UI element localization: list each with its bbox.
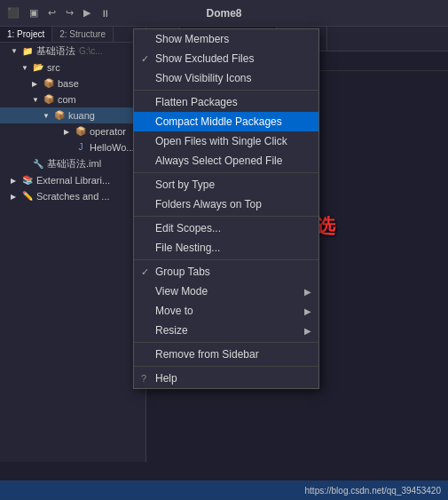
package-icon: 📦 — [75, 125, 87, 138]
package-icon: 📦 — [53, 109, 66, 122]
menu-label: Edit Scopes... — [155, 222, 221, 234]
expand-arrow: ▶ — [11, 193, 21, 201]
menu-group-tabs[interactable]: ✓ Group Tabs — [134, 262, 318, 282]
menu-label: Compact Middle Packages — [155, 115, 282, 128]
expand-arrow: ▶ — [11, 177, 21, 185]
toolbar-icon-5[interactable]: ▶ — [80, 5, 94, 20]
toolbar-title: Dome8 — [206, 7, 241, 20]
menu-view-mode[interactable]: View Mode ▶ — [134, 282, 318, 301]
package-icon: 📦 — [43, 93, 55, 106]
menu-label: Help — [155, 372, 177, 385]
iml-icon: 🔧 — [32, 158, 44, 171]
menu-label: Flatten Packages — [155, 96, 238, 108]
tree-label: Scratches and ... — [36, 191, 110, 202]
expand-arrow: ▶ — [32, 80, 43, 88]
help-question-icon: ? — [141, 373, 146, 384]
menu-label: Show Members — [155, 33, 229, 45]
check-icon: ✓ — [141, 266, 149, 278]
tree-label: operator — [90, 126, 126, 137]
folder-icon: 📁 — [21, 45, 34, 58]
submenu-arrow-icon: ▶ — [304, 306, 311, 316]
tree-item-kuang[interactable]: ▼ 📦 kuang — [0, 107, 145, 123]
sidebar-tabs: 1: Project 2: Structure — [0, 27, 145, 43]
menu-label: Sort by Type — [155, 179, 215, 191]
menu-edit-scopes[interactable]: Edit Scopes... — [134, 218, 318, 238]
tree-item-hellowo[interactable]: J HelloWo... — [0, 139, 145, 155]
tree-item-src[interactable]: ▼ 📂 src — [0, 60, 145, 75]
package-icon: 📦 — [43, 77, 55, 90]
tree-item-com[interactable]: ▼ 📦 com — [0, 91, 145, 107]
status-url: https://blog.csdn.net/qq_39453420 — [305, 486, 441, 496]
menu-sort-type[interactable]: Sort by Type — [134, 175, 318, 194]
menu-compact-middle[interactable]: Compact Middle Packages — [134, 112, 318, 131]
check-icon: ✓ — [141, 53, 149, 65]
tree-item-extlib[interactable]: ▶ 📚 External Librari... — [0, 172, 145, 188]
expand-arrow: ▼ — [11, 47, 21, 55]
toolbar-icon-6[interactable]: ⏸ — [97, 6, 114, 20]
sidebar: 1: Project 2: Structure ▼ 📁 基础语法 G:\c...… — [0, 27, 146, 462]
toolbar-icon-4[interactable]: ↪ — [62, 5, 77, 20]
menu-sep-1 — [134, 90, 318, 91]
tree-item-scratches[interactable]: ▶ ✏️ Scratches and ... — [0, 188, 145, 204]
menu-always-select[interactable]: Always Select Opened File — [134, 151, 318, 171]
tree-item-operator[interactable]: ▶ 📦 operator — [0, 123, 145, 139]
tree-label: base — [58, 78, 79, 89]
menu-label: Group Tabs — [155, 266, 210, 278]
expand-arrow: ▶ — [64, 128, 75, 136]
menu-move-to[interactable]: Move to ▶ — [134, 301, 318, 321]
menu-folders-top[interactable]: Folders Always on Top — [134, 194, 318, 214]
menu-sep-5 — [134, 342, 318, 343]
tree-label: External Librari... — [36, 175, 110, 186]
menu-resize[interactable]: Resize ▶ — [134, 321, 318, 340]
toolbar-icon-1[interactable]: ⬛ — [4, 5, 23, 20]
sidebar-tab-project[interactable]: 1: Project — [0, 27, 52, 42]
toolbar-icon-3[interactable]: ↩ — [44, 5, 59, 20]
menu-label: Open Files with Single Click — [155, 135, 287, 147]
tree-item-project[interactable]: ▼ 📁 基础语法 G:\c... — [0, 43, 145, 60]
library-icon: 📚 — [21, 174, 34, 187]
tree-label: src — [47, 62, 60, 73]
submenu-arrow-icon: ▶ — [304, 287, 311, 297]
java-file-icon: J — [75, 141, 87, 154]
menu-show-excluded[interactable]: ✓ Show Excluded Files — [134, 49, 318, 68]
tree-label: 基础语法.iml — [47, 157, 101, 171]
context-menu: Show Members ✓ Show Excluded Files Show … — [133, 28, 319, 389]
tree-item-iml[interactable]: 🔧 基础语法.iml — [0, 155, 145, 172]
menu-label: Always Select Opened File — [155, 155, 282, 167]
tree-item-base[interactable]: ▶ 📦 base — [0, 75, 145, 91]
sidebar-tab-structure[interactable]: 2: Structure — [52, 27, 114, 42]
tree-label: kuang — [68, 110, 95, 121]
menu-open-single-click[interactable]: Open Files with Single Click — [134, 131, 318, 151]
menu-sep-6 — [134, 366, 318, 367]
scratch-icon: ✏️ — [21, 190, 34, 202]
menu-label: Show Visibility Icons — [155, 72, 252, 84]
tree-label: com — [58, 94, 76, 105]
tree-label: HelloWo... — [90, 142, 135, 153]
menu-flatten[interactable]: Flatten Packages — [134, 92, 318, 112]
menu-sep-3 — [134, 216, 318, 217]
menu-show-members[interactable]: Show Members — [134, 29, 318, 49]
expand-arrow: ▼ — [43, 112, 53, 120]
menu-label: Show Excluded Files — [155, 52, 254, 65]
menu-file-nesting[interactable]: File Nesting... — [134, 238, 318, 258]
expand-arrow: ▼ — [21, 64, 32, 72]
toolbar-icons: ⬛ ▣ ↩ ↪ ▶ ⏸ — [4, 5, 114, 20]
expand-arrow: ▼ — [32, 96, 43, 104]
menu-label: Folders Always on Top — [155, 198, 262, 210]
menu-remove-sidebar[interactable]: Remove from Sidebar — [134, 345, 318, 364]
toolbar-icon-2[interactable]: ▣ — [26, 5, 42, 20]
toolbar: ⬛ ▣ ↩ ↪ ▶ ⏸ Dome8 — [0, 0, 448, 27]
menu-sep-2 — [134, 172, 318, 173]
tree-label: 基础语法 — [36, 44, 75, 58]
menu-show-visibility[interactable]: Show Visibility Icons — [134, 68, 318, 88]
menu-label: Move to — [155, 305, 193, 317]
menu-sep-4 — [134, 259, 318, 260]
status-bar: https://blog.csdn.net/qq_39453420 — [0, 480, 448, 500]
src-folder-icon: 📂 — [32, 61, 44, 74]
menu-help[interactable]: ? Help — [134, 369, 318, 388]
menu-label: View Mode — [155, 285, 208, 298]
menu-label: File Nesting... — [155, 242, 220, 254]
submenu-arrow-icon: ▶ — [304, 326, 311, 336]
menu-label: Resize — [155, 324, 188, 337]
menu-label: Remove from Sidebar — [155, 348, 259, 361]
